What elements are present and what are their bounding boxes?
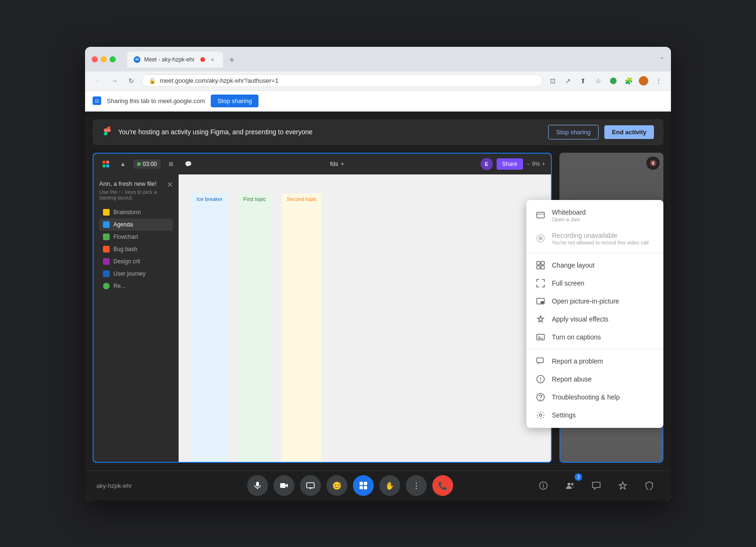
userjourney-color: [103, 270, 110, 277]
menu-item-whiteboard[interactable]: Whiteboard Open a Jam: [526, 204, 663, 227]
end-activity-button[interactable]: End activity: [604, 125, 654, 139]
retro-color: [103, 283, 110, 289]
layout-bugbash[interactable]: Bug bash: [99, 243, 173, 255]
bookmark-icon[interactable]: ☆: [592, 74, 605, 87]
designcrit-color: [103, 258, 110, 265]
share-icon[interactable]: ⬆: [576, 74, 590, 87]
figma-inner: Ann, a fresh new file! ✕ Use the ↑↓ keys…: [94, 174, 551, 463]
visual-effects-icon: [536, 315, 545, 323]
activities-button[interactable]: [353, 475, 374, 496]
svg-rect-40: [360, 486, 363, 489]
svg-rect-19: [541, 266, 544, 269]
camera-button[interactable]: [274, 475, 294, 496]
figma-frame-tool[interactable]: ⊞: [164, 157, 178, 171]
svg-rect-34: [280, 483, 285, 488]
figma-zoom-controls[interactable]: − 9% +: [527, 161, 545, 167]
sharing-icon: ⊡: [93, 96, 101, 105]
figma-share-button[interactable]: Share: [497, 158, 523, 170]
window-controls: ⌃: [660, 56, 664, 63]
figma-sidebar-hint: Use the ↑↓ keys to pick a starting layou…: [99, 189, 173, 200]
menu-item-change-layout[interactable]: Change layout: [526, 256, 663, 274]
figma-sidebar-close[interactable]: ✕: [167, 180, 173, 189]
figma-filename: fds ▼: [330, 160, 345, 167]
menu-item-captions[interactable]: Turn on captions: [526, 328, 663, 346]
tab-recording-indicator: [200, 57, 205, 62]
topic-cards-area: Ice breaker First topic Second topic: [179, 174, 335, 463]
info-button[interactable]: [533, 475, 554, 496]
present-button[interactable]: [300, 475, 321, 496]
controls-right: 3: [533, 475, 660, 496]
zoom-level: 9%: [532, 161, 540, 167]
brainstorm-label: Brainstorm: [113, 209, 141, 216]
more-options-button[interactable]: ⋮: [406, 475, 427, 496]
figma-toolbar: ▲ 03:00 ⊞ 💬 fds ▼ E Share − 9%: [94, 154, 551, 174]
minimize-button[interactable]: [101, 56, 107, 62]
bugbash-color: [103, 246, 110, 252]
figma-user-avatar: E: [481, 158, 493, 170]
topic-card-second: Second topic: [282, 193, 322, 463]
settings-label: Settings: [552, 411, 576, 419]
new-tab-button[interactable]: +: [225, 53, 239, 68]
menu-item-pip[interactable]: Open picture-in-picture: [526, 292, 663, 310]
menu-item-report-abuse[interactable]: Report abuse: [526, 370, 663, 388]
retro-label: Re...: [113, 283, 125, 289]
layout-designcrit[interactable]: Design crit: [99, 255, 173, 268]
menu-item-visual-effects[interactable]: Apply visual effects: [526, 310, 663, 328]
extensions-icon[interactable]: 🧩: [622, 74, 635, 87]
menu-item-settings[interactable]: Settings: [526, 406, 663, 424]
figma-logo-icon: [102, 127, 112, 137]
menu-item-fullscreen[interactable]: Full screen: [526, 274, 663, 292]
figma-menu-button[interactable]: [99, 157, 112, 171]
layout-agenda[interactable]: Agenda: [99, 218, 173, 231]
svg-point-46: [571, 483, 574, 486]
end-call-button[interactable]: 📞: [432, 475, 453, 496]
browser-stop-sharing-button[interactable]: Stop sharing: [211, 95, 258, 107]
menu-item-troubleshooting[interactable]: Troubleshooting & help: [526, 388, 663, 406]
captions-icon: [536, 333, 545, 341]
captions-label: Turn on captions: [552, 333, 601, 341]
flowchart-label: Flowchart: [113, 234, 138, 240]
cast-icon[interactable]: ⊡: [546, 74, 559, 87]
browser-window: M Meet - aky-hzpk-ehr × + ⌃ ← → ↻ 🔒 meet…: [85, 47, 671, 501]
tab-close-button[interactable]: ×: [209, 56, 216, 63]
svg-rect-2: [103, 165, 105, 167]
safety-button[interactable]: [639, 475, 660, 496]
zoom-in-icon[interactable]: +: [542, 161, 545, 167]
tab-title: Meet - aky-hzpk-ehr: [144, 56, 195, 63]
chrome-extension-icon[interactable]: [607, 74, 620, 87]
figma-chat-tool[interactable]: 💬: [181, 157, 195, 171]
emoji-button[interactable]: 😊: [326, 475, 347, 496]
meet-content: You're hosting an activity using Figma, …: [85, 112, 671, 501]
bottom-controls: aky-hzpk-ehr 😊 ✋ ⋮ 📞: [85, 470, 671, 501]
people-count-badge: 3: [575, 473, 582, 481]
maximize-button[interactable]: [110, 56, 116, 62]
layout-brainstorm[interactable]: Brainstorm: [99, 206, 173, 218]
forward-button[interactable]: →: [108, 74, 121, 87]
address-bar[interactable]: 🔒 meet.google.com/aky-hzpk-ehr?authuser=…: [142, 74, 542, 87]
reload-button[interactable]: ↻: [125, 74, 138, 87]
svg-rect-39: [364, 482, 367, 485]
chat-button[interactable]: [586, 475, 607, 496]
layout-userjourney[interactable]: User journey: [99, 268, 173, 280]
active-tab[interactable]: M Meet - aky-hzpk-ehr ×: [127, 52, 223, 68]
zoom-out-icon[interactable]: −: [527, 161, 530, 167]
traffic-lights: [92, 56, 116, 62]
chrome-menu-icon[interactable]: ⋮: [652, 74, 665, 87]
menu-item-report-problem[interactable]: Report a problem: [526, 352, 663, 370]
save-tab-icon[interactable]: ↗: [561, 74, 575, 87]
layout-retro[interactable]: Re...: [99, 280, 173, 292]
controls-center: 😊 ✋ ⋮ 📞: [167, 475, 533, 496]
people-button[interactable]: 3: [559, 475, 580, 496]
activities-sidebar-button[interactable]: [612, 475, 633, 496]
video-mute-icon-main: 🔇: [646, 156, 660, 170]
close-button[interactable]: [92, 56, 98, 62]
menu-divider-2: [526, 349, 663, 349]
sharing-banner-text: Sharing this tab to meet.google.com: [107, 97, 205, 104]
microphone-button[interactable]: [247, 475, 268, 496]
raise-hand-button[interactable]: ✋: [379, 475, 400, 496]
figma-cursor-tool[interactable]: ▲: [116, 157, 129, 171]
recording-icon: [536, 234, 545, 243]
profile-avatar[interactable]: [637, 74, 650, 87]
layout-flowchart[interactable]: Flowchart: [99, 231, 173, 243]
stop-sharing-activity-button[interactable]: Stop sharing: [548, 125, 599, 139]
